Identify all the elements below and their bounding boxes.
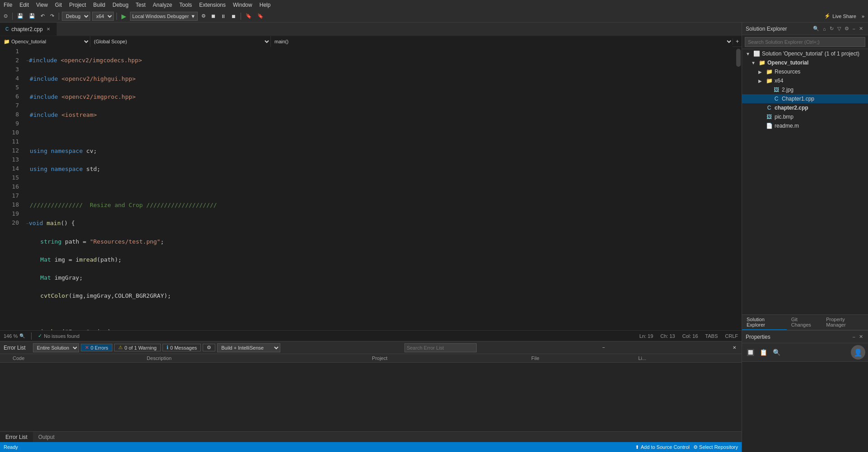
add-source-control[interactable]: ⬆ Add to Source Control <box>635 444 690 450</box>
properties-minimize[interactable]: − <box>851 333 857 340</box>
bottom-status-bar: Ready ⬆ Add to Source Control ⚙ Select R… <box>0 442 742 452</box>
errors-badge[interactable]: ✕ 0 Errors <box>81 344 112 351</box>
tree-resources[interactable]: ▶ 📁 Resources <box>742 67 868 76</box>
error-filter-select[interactable]: Entire Solution <box>33 343 79 352</box>
tree-root[interactable]: ▼ ⬜ Solution 'Opencv_tutorial' (1 of 1 p… <box>742 49 868 58</box>
resources-label: Resources <box>775 69 800 75</box>
platform-select[interactable]: x64 <box>92 12 114 21</box>
code-editor[interactable]: 1 2 3 4 5 6 7 8 9 10 11 12 13 14 15 16 1… <box>0 47 742 330</box>
prop-btn-2[interactable]: 📋 <box>758 345 769 360</box>
tab-chapter2[interactable]: C chapter2.cpp ✕ <box>0 23 57 36</box>
solution-search-input[interactable] <box>745 37 865 47</box>
menu-analyze[interactable]: Analyze <box>149 1 176 9</box>
readme-icon: 📄 <box>766 122 773 129</box>
tab-output[interactable]: Output <box>33 432 60 443</box>
menu-edit[interactable]: Edit <box>16 1 32 9</box>
toolbar-misc4[interactable]: 🔖 <box>244 12 254 20</box>
nav-left-select[interactable]: 📁 Opencv_tutorial <box>0 36 90 47</box>
readme-label: readme.m <box>775 123 799 129</box>
picbmp-label: pic.bmp <box>775 114 794 120</box>
toolbar-misc3[interactable]: ⏹ <box>229 13 238 20</box>
col-file[interactable]: File <box>528 354 635 363</box>
run-button[interactable]: ▶ <box>120 12 128 21</box>
menu-git[interactable]: Git <box>51 1 65 9</box>
prop-btn-1[interactable]: 🔲 <box>745 345 756 360</box>
ready-label: Ready <box>4 444 18 450</box>
live-share-button[interactable]: ⚡ Live Share <box>824 13 856 19</box>
select-repo-label: ⚙ Select Repository <box>693 444 738 450</box>
menu-build[interactable]: Build <box>90 1 109 9</box>
col-line[interactable]: Li... <box>635 354 742 363</box>
col-code[interactable]: Code <box>9 354 143 363</box>
code-content[interactable]: −#include <opencv2/imgcodecs.hpp> #inclu… <box>23 47 735 330</box>
nav-right-select[interactable]: main() <box>271 36 733 47</box>
se-minimize-btn[interactable]: − <box>851 25 857 32</box>
menu-extensions[interactable]: Extensions <box>195 1 229 9</box>
tree-chapter1[interactable]: ▶ C Chapter1.cpp <box>742 94 868 103</box>
tab-property-manager[interactable]: Property Manager <box>822 315 868 330</box>
col-icon[interactable] <box>0 354 9 363</box>
zoom-level[interactable]: 146 % 🔍 <box>4 333 25 339</box>
build-filter-select[interactable]: Build + IntelliSense <box>217 343 280 352</box>
expand-btn[interactable]: » <box>860 13 866 20</box>
properties-close[interactable]: ✕ <box>858 333 864 340</box>
tree-x64[interactable]: ▶ 📁 x64 <box>742 76 868 85</box>
menu-debug[interactable]: Debug <box>109 1 132 9</box>
x64-icon: 📁 <box>766 77 773 84</box>
tree-chapter2[interactable]: ▶ C chapter2.cpp <box>742 103 868 112</box>
toolbar-back[interactable]: ⊙ <box>2 12 9 20</box>
toolbar-misc5[interactable]: 🔖 <box>255 12 265 20</box>
config-select[interactable]: Debug <box>62 12 90 21</box>
toolbar-redo[interactable]: ↷ <box>48 12 56 20</box>
scrollbar-thumb[interactable] <box>736 49 741 67</box>
sep3 <box>116 13 117 20</box>
toolbar-misc2[interactable]: ⏸ <box>219 13 227 20</box>
nav-plus-btn[interactable]: + <box>733 38 742 45</box>
error-list-close[interactable]: ✕ <box>731 345 738 350</box>
se-close-btn[interactable]: ✕ <box>858 25 864 32</box>
col-project[interactable]: Project <box>368 354 528 363</box>
toolbar-undo[interactable]: ↶ <box>39 12 46 20</box>
menu-help[interactable]: Help <box>256 1 274 9</box>
code-line-5 <box>26 129 735 138</box>
status-tabs[interactable]: TABS <box>705 333 718 339</box>
select-repo[interactable]: ⚙ Select Repository <box>693 444 738 450</box>
prop-btn-3[interactable]: 🔍 <box>771 345 782 360</box>
tree-picbmp[interactable]: ▶ 🖼 pic.bmp <box>742 112 868 121</box>
menu-file[interactable]: File <box>0 1 16 9</box>
attach-btn[interactable]: ⚙ <box>200 12 208 20</box>
live-share-label: Live Share <box>832 14 856 19</box>
tree-readme[interactable]: ▶ 📄 readme.m <box>742 121 868 130</box>
vertical-scrollbar[interactable] <box>735 47 742 330</box>
tab-git-changes[interactable]: Git Changes <box>787 315 822 330</box>
se-refresh-btn[interactable]: ↻ <box>828 25 835 32</box>
tree-project[interactable]: ▼ 📁 Opencv_tutorial <box>742 58 868 67</box>
code-line-8 <box>26 183 735 192</box>
se-settings-btn[interactable]: ⚙ <box>843 25 850 32</box>
toolbar-save[interactable]: 💾 <box>15 12 25 20</box>
se-collapse-btn[interactable]: ⌂ <box>822 25 827 32</box>
intellisense-btn[interactable]: ⚙ <box>203 344 215 351</box>
properties-controls: − ✕ <box>851 333 864 340</box>
tree-2jpg[interactable]: ▶ 🖼 2.jpg <box>742 85 868 94</box>
menu-project[interactable]: Project <box>65 1 89 9</box>
tab-close[interactable]: ✕ <box>46 26 51 32</box>
messages-badge[interactable]: ℹ 0 Messages <box>162 344 201 351</box>
menu-tools[interactable]: Tools <box>176 1 195 9</box>
se-search-btn[interactable]: 🔍 <box>812 25 821 32</box>
nav-middle-select[interactable]: (Global Scope) <box>90 36 271 47</box>
se-filter-btn[interactable]: ▽ <box>836 25 842 32</box>
menu-window[interactable]: Window <box>229 1 256 9</box>
menu-view[interactable]: View <box>32 1 51 9</box>
tab-error-list[interactable]: Error List <box>0 432 33 443</box>
menu-test[interactable]: Test <box>132 1 149 9</box>
warnings-badge[interactable]: ⚠ 0 of 1 Warning <box>114 344 161 351</box>
debugger-dropdown[interactable]: Local Windows Debugger ▼ <box>130 12 198 21</box>
error-list-minimize[interactable]: − <box>601 345 607 350</box>
status-crlf[interactable]: CRLF <box>725 333 738 339</box>
toolbar-save-all[interactable]: 💾 <box>27 12 37 20</box>
col-description[interactable]: Description <box>143 354 368 363</box>
tab-solution-explorer[interactable]: Solution Explorer <box>742 315 787 330</box>
toolbar-misc1[interactable]: ◼ <box>209 12 217 20</box>
error-search-input[interactable] <box>404 343 477 352</box>
